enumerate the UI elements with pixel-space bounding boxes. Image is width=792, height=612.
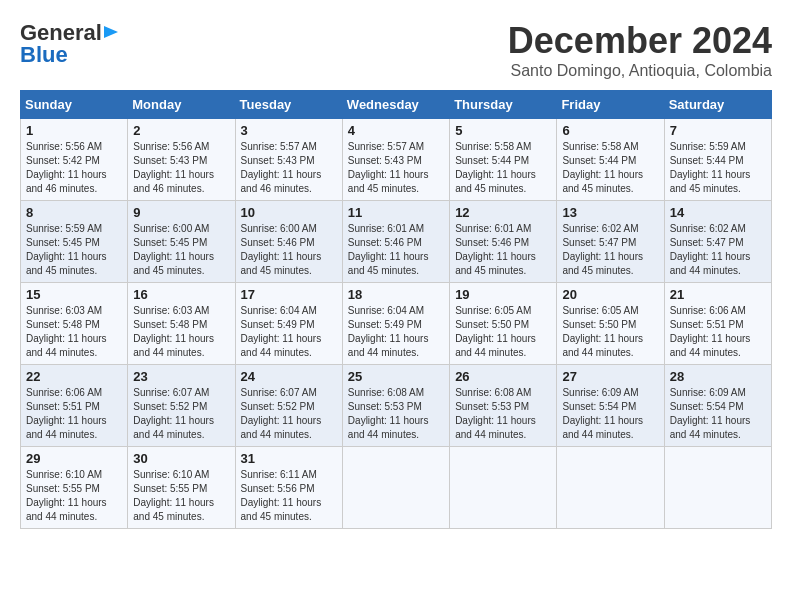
day-cell: 16Sunrise: 6:03 AM Sunset: 5:48 PM Dayli… [128, 283, 235, 365]
day-number: 23 [133, 369, 229, 384]
day-cell: 1Sunrise: 5:56 AM Sunset: 5:42 PM Daylig… [21, 119, 128, 201]
day-info: Sunrise: 6:01 AM Sunset: 5:46 PM Dayligh… [455, 223, 536, 276]
day-number: 29 [26, 451, 122, 466]
day-number: 12 [455, 205, 551, 220]
day-cell: 24Sunrise: 6:07 AM Sunset: 5:52 PM Dayli… [235, 365, 342, 447]
logo-arrow-icon [104, 22, 124, 42]
day-number: 31 [241, 451, 337, 466]
day-info: Sunrise: 6:10 AM Sunset: 5:55 PM Dayligh… [26, 469, 107, 522]
day-info: Sunrise: 6:05 AM Sunset: 5:50 PM Dayligh… [562, 305, 643, 358]
day-cell: 6Sunrise: 5:58 AM Sunset: 5:44 PM Daylig… [557, 119, 664, 201]
day-cell: 29Sunrise: 6:10 AM Sunset: 5:55 PM Dayli… [21, 447, 128, 529]
day-cell: 5Sunrise: 5:58 AM Sunset: 5:44 PM Daylig… [450, 119, 557, 201]
day-number: 13 [562, 205, 658, 220]
day-cell: 7Sunrise: 5:59 AM Sunset: 5:44 PM Daylig… [664, 119, 771, 201]
day-number: 21 [670, 287, 766, 302]
day-number: 9 [133, 205, 229, 220]
day-cell [557, 447, 664, 529]
day-cell [664, 447, 771, 529]
day-info: Sunrise: 6:06 AM Sunset: 5:51 PM Dayligh… [26, 387, 107, 440]
day-cell: 8Sunrise: 5:59 AM Sunset: 5:45 PM Daylig… [21, 201, 128, 283]
header-cell-sunday: Sunday [21, 91, 128, 119]
logo: General Blue [20, 20, 124, 68]
day-cell: 30Sunrise: 6:10 AM Sunset: 5:55 PM Dayli… [128, 447, 235, 529]
day-info: Sunrise: 5:57 AM Sunset: 5:43 PM Dayligh… [241, 141, 322, 194]
day-number: 7 [670, 123, 766, 138]
day-info: Sunrise: 5:59 AM Sunset: 5:44 PM Dayligh… [670, 141, 751, 194]
calendar-body: 1Sunrise: 5:56 AM Sunset: 5:42 PM Daylig… [21, 119, 772, 529]
calendar-title: December 2024 [508, 20, 772, 62]
logo-blue: Blue [20, 42, 68, 68]
day-number: 3 [241, 123, 337, 138]
svg-marker-0 [104, 26, 118, 38]
day-number: 11 [348, 205, 444, 220]
day-cell: 23Sunrise: 6:07 AM Sunset: 5:52 PM Dayli… [128, 365, 235, 447]
day-info: Sunrise: 6:01 AM Sunset: 5:46 PM Dayligh… [348, 223, 429, 276]
header-cell-saturday: Saturday [664, 91, 771, 119]
week-row-3: 22Sunrise: 6:06 AM Sunset: 5:51 PM Dayli… [21, 365, 772, 447]
day-cell: 22Sunrise: 6:06 AM Sunset: 5:51 PM Dayli… [21, 365, 128, 447]
day-number: 26 [455, 369, 551, 384]
day-cell: 14Sunrise: 6:02 AM Sunset: 5:47 PM Dayli… [664, 201, 771, 283]
day-number: 22 [26, 369, 122, 384]
calendar-table: SundayMondayTuesdayWednesdayThursdayFrid… [20, 90, 772, 529]
day-cell: 28Sunrise: 6:09 AM Sunset: 5:54 PM Dayli… [664, 365, 771, 447]
day-number: 24 [241, 369, 337, 384]
day-number: 14 [670, 205, 766, 220]
day-cell [450, 447, 557, 529]
day-info: Sunrise: 5:57 AM Sunset: 5:43 PM Dayligh… [348, 141, 429, 194]
day-cell: 27Sunrise: 6:09 AM Sunset: 5:54 PM Dayli… [557, 365, 664, 447]
calendar-header: SundayMondayTuesdayWednesdayThursdayFrid… [21, 91, 772, 119]
day-info: Sunrise: 6:11 AM Sunset: 5:56 PM Dayligh… [241, 469, 322, 522]
day-number: 6 [562, 123, 658, 138]
week-row-1: 8Sunrise: 5:59 AM Sunset: 5:45 PM Daylig… [21, 201, 772, 283]
day-cell: 18Sunrise: 6:04 AM Sunset: 5:49 PM Dayli… [342, 283, 449, 365]
header-row: SundayMondayTuesdayWednesdayThursdayFrid… [21, 91, 772, 119]
day-info: Sunrise: 6:08 AM Sunset: 5:53 PM Dayligh… [348, 387, 429, 440]
day-cell: 11Sunrise: 6:01 AM Sunset: 5:46 PM Dayli… [342, 201, 449, 283]
day-cell: 10Sunrise: 6:00 AM Sunset: 5:46 PM Dayli… [235, 201, 342, 283]
day-cell: 25Sunrise: 6:08 AM Sunset: 5:53 PM Dayli… [342, 365, 449, 447]
day-number: 1 [26, 123, 122, 138]
week-row-2: 15Sunrise: 6:03 AM Sunset: 5:48 PM Dayli… [21, 283, 772, 365]
day-cell: 21Sunrise: 6:06 AM Sunset: 5:51 PM Dayli… [664, 283, 771, 365]
day-cell: 13Sunrise: 6:02 AM Sunset: 5:47 PM Dayli… [557, 201, 664, 283]
day-info: Sunrise: 6:00 AM Sunset: 5:45 PM Dayligh… [133, 223, 214, 276]
day-info: Sunrise: 5:58 AM Sunset: 5:44 PM Dayligh… [562, 141, 643, 194]
day-info: Sunrise: 6:03 AM Sunset: 5:48 PM Dayligh… [133, 305, 214, 358]
day-info: Sunrise: 6:05 AM Sunset: 5:50 PM Dayligh… [455, 305, 536, 358]
day-info: Sunrise: 6:02 AM Sunset: 5:47 PM Dayligh… [670, 223, 751, 276]
title-area: December 2024 Santo Domingo, Antioquia, … [508, 20, 772, 80]
day-info: Sunrise: 6:09 AM Sunset: 5:54 PM Dayligh… [670, 387, 751, 440]
day-info: Sunrise: 5:56 AM Sunset: 5:42 PM Dayligh… [26, 141, 107, 194]
day-info: Sunrise: 6:00 AM Sunset: 5:46 PM Dayligh… [241, 223, 322, 276]
page-header: General Blue December 2024 Santo Domingo… [20, 20, 772, 80]
day-info: Sunrise: 6:10 AM Sunset: 5:55 PM Dayligh… [133, 469, 214, 522]
header-cell-thursday: Thursday [450, 91, 557, 119]
header-cell-friday: Friday [557, 91, 664, 119]
header-cell-tuesday: Tuesday [235, 91, 342, 119]
day-number: 25 [348, 369, 444, 384]
week-row-0: 1Sunrise: 5:56 AM Sunset: 5:42 PM Daylig… [21, 119, 772, 201]
day-cell: 19Sunrise: 6:05 AM Sunset: 5:50 PM Dayli… [450, 283, 557, 365]
day-info: Sunrise: 6:02 AM Sunset: 5:47 PM Dayligh… [562, 223, 643, 276]
day-number: 8 [26, 205, 122, 220]
day-number: 28 [670, 369, 766, 384]
day-info: Sunrise: 6:07 AM Sunset: 5:52 PM Dayligh… [133, 387, 214, 440]
day-cell: 20Sunrise: 6:05 AM Sunset: 5:50 PM Dayli… [557, 283, 664, 365]
day-info: Sunrise: 6:09 AM Sunset: 5:54 PM Dayligh… [562, 387, 643, 440]
day-cell: 4Sunrise: 5:57 AM Sunset: 5:43 PM Daylig… [342, 119, 449, 201]
day-cell: 17Sunrise: 6:04 AM Sunset: 5:49 PM Dayli… [235, 283, 342, 365]
day-number: 15 [26, 287, 122, 302]
day-cell: 3Sunrise: 5:57 AM Sunset: 5:43 PM Daylig… [235, 119, 342, 201]
week-row-4: 29Sunrise: 6:10 AM Sunset: 5:55 PM Dayli… [21, 447, 772, 529]
day-info: Sunrise: 6:03 AM Sunset: 5:48 PM Dayligh… [26, 305, 107, 358]
day-info: Sunrise: 6:04 AM Sunset: 5:49 PM Dayligh… [348, 305, 429, 358]
day-number: 30 [133, 451, 229, 466]
day-info: Sunrise: 6:07 AM Sunset: 5:52 PM Dayligh… [241, 387, 322, 440]
day-number: 2 [133, 123, 229, 138]
day-cell: 12Sunrise: 6:01 AM Sunset: 5:46 PM Dayli… [450, 201, 557, 283]
day-cell: 26Sunrise: 6:08 AM Sunset: 5:53 PM Dayli… [450, 365, 557, 447]
day-number: 17 [241, 287, 337, 302]
day-info: Sunrise: 5:58 AM Sunset: 5:44 PM Dayligh… [455, 141, 536, 194]
